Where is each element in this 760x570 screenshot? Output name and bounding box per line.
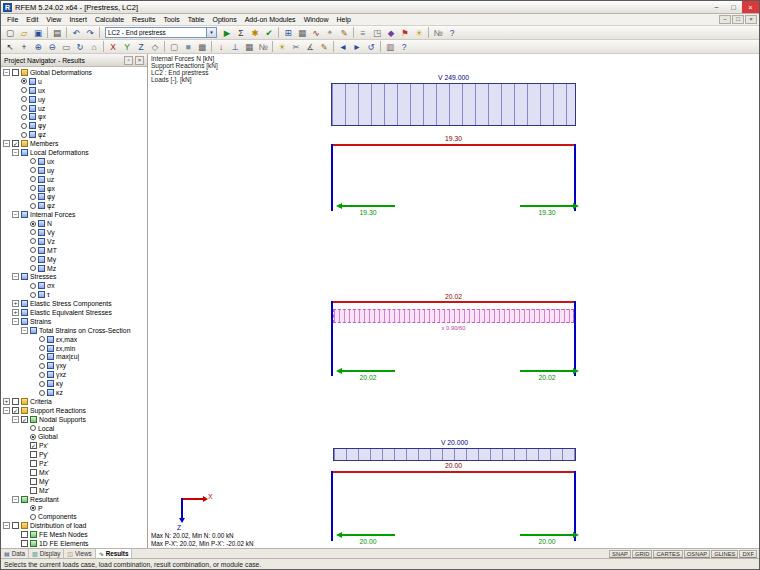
tree-item-stresses[interactable]: −Stresses: [1, 272, 147, 281]
tree-item-global[interactable]: Global: [1, 433, 147, 442]
tree-item-z[interactable]: κz: [1, 388, 147, 397]
tree-item-mz[interactable]: Mz': [1, 486, 147, 495]
checkbox-1d-fe-elements[interactable]: [21, 540, 28, 547]
checkbox-mx[interactable]: [30, 469, 37, 476]
menu-options[interactable]: Options: [209, 16, 241, 23]
radio-z[interactable]: [39, 390, 45, 396]
go-calculate-icon[interactable]: ▶: [220, 27, 234, 39]
checkbox-pz[interactable]: [30, 460, 37, 467]
checkbox-global-deformations[interactable]: [12, 69, 19, 76]
combobox-dropdown-icon[interactable]: ▼: [206, 28, 216, 37]
checkbox-px[interactable]: ✓: [30, 442, 37, 449]
radio-y[interactable]: [30, 194, 36, 200]
menu-results[interactable]: Results: [128, 16, 159, 23]
tree-item-x[interactable]: φx: [1, 112, 147, 121]
display-icon[interactable]: ☀: [412, 27, 426, 39]
collapse-icon[interactable]: −: [12, 496, 19, 503]
tree-item-vz[interactable]: Vz: [1, 237, 147, 246]
radio-global[interactable]: [30, 434, 36, 440]
collapse-icon[interactable]: −: [3, 522, 10, 529]
tree-item-x-max[interactable]: εx,max: [1, 335, 147, 344]
tree-item-u[interactable]: u: [1, 77, 147, 86]
menu-window[interactable]: Window: [300, 16, 333, 23]
tree-item-pz[interactable]: Pz': [1, 459, 147, 468]
tree-item-distribution-of-load[interactable]: −Distribution of load: [1, 521, 147, 530]
tree-item-z[interactable]: φz: [1, 130, 147, 139]
radio-xz[interactable]: [39, 372, 45, 378]
tree-item-z[interactable]: φz: [1, 201, 147, 210]
collapse-icon[interactable]: −: [3, 140, 10, 147]
status-snap-button[interactable]: SNAP: [609, 550, 631, 558]
show-loads-icon[interactable]: ↓: [214, 41, 228, 53]
show-mesh-icon[interactable]: ▦: [242, 41, 256, 53]
check-icon[interactable]: ✔: [262, 27, 276, 39]
menu-file[interactable]: File: [3, 16, 22, 23]
radio-ux[interactable]: [21, 87, 27, 93]
refresh-icon[interactable]: ↺: [364, 41, 378, 53]
radio-x[interactable]: [30, 185, 36, 191]
radio-uy[interactable]: [21, 96, 27, 102]
radio-vy[interactable]: [30, 229, 36, 235]
radio-ux[interactable]: [30, 158, 36, 164]
close-button[interactable]: ×: [742, 1, 759, 13]
nav-tab-display[interactable]: ▥Display: [29, 549, 64, 558]
help2-icon[interactable]: ?: [397, 41, 411, 53]
load-case-combobox[interactable]: LC2 - End prestress ▼: [105, 27, 217, 38]
collapse-icon[interactable]: −: [12, 149, 19, 156]
radio-mz[interactable]: [30, 265, 36, 271]
tree-item-xz[interactable]: γxz: [1, 370, 147, 379]
wireframe-icon[interactable]: ▢: [167, 41, 181, 53]
radio-uz[interactable]: [21, 105, 27, 111]
checkbox-nodal-supports[interactable]: ✓: [21, 416, 28, 423]
expand-icon[interactable]: +: [3, 398, 10, 405]
flag-icon[interactable]: ⚑: [398, 27, 412, 39]
numbering-icon[interactable]: №: [431, 27, 445, 39]
home-view-icon[interactable]: ⌂: [87, 41, 101, 53]
tree-item-1d-fe-elements[interactable]: 1D FE Elements: [1, 539, 147, 548]
tree-item-global-deformations[interactable]: −Global Deformations: [1, 68, 147, 77]
view-y-icon[interactable]: Y: [120, 41, 134, 53]
navigator-pin-icon[interactable]: ▫: [124, 56, 133, 65]
radio-xy[interactable]: [39, 363, 45, 369]
tree-item-criteria[interactable]: +Criteria: [1, 397, 147, 406]
collapse-icon[interactable]: −: [12, 273, 19, 280]
expand-icon[interactable]: +: [12, 309, 19, 316]
drawing-area[interactable]: Internal Forces N [kN] Support Reactions…: [148, 54, 759, 548]
menu-table[interactable]: Table: [184, 16, 209, 23]
radio-x-max[interactable]: [39, 336, 45, 342]
tree-item-my[interactable]: My': [1, 477, 147, 486]
light-icon[interactable]: ☀: [275, 41, 289, 53]
nav-tab-views[interactable]: ◫Views: [64, 549, 95, 558]
previous-view-icon[interactable]: ◄: [336, 41, 350, 53]
calculation-sigma-icon[interactable]: Σ: [234, 27, 248, 39]
tree-item-uz[interactable]: uz: [1, 104, 147, 113]
radio-components[interactable]: [30, 514, 36, 520]
show-numbers-icon[interactable]: №: [256, 41, 270, 53]
tree-item-y[interactable]: φy: [1, 192, 147, 201]
edit-icon[interactable]: ✎: [337, 27, 351, 39]
tree-item-item[interactable]: τ: [1, 290, 147, 299]
tree-item-x[interactable]: φx: [1, 184, 147, 193]
menu-calculate[interactable]: Calculate: [91, 16, 128, 23]
tree-item-total-strains-on-cross-section[interactable]: −Total Strains on Cross-Section: [1, 326, 147, 335]
rotate-view-icon[interactable]: ↻: [73, 41, 87, 53]
open-icon[interactable]: ▱: [17, 27, 31, 39]
tree-item-y[interactable]: φy: [1, 121, 147, 130]
tree-item-n[interactable]: N: [1, 219, 147, 228]
undo-icon[interactable]: ↶: [69, 27, 83, 39]
snap-target-icon[interactable]: ⌖: [323, 27, 337, 39]
maximize-button[interactable]: □: [725, 1, 742, 13]
tree-item-uy[interactable]: uy: [1, 166, 147, 175]
tree-item-vy[interactable]: Vy: [1, 228, 147, 237]
tree-item-x[interactable]: σx: [1, 281, 147, 290]
tree-item-ux[interactable]: ux: [1, 86, 147, 95]
new-icon[interactable]: ▢: [3, 27, 17, 39]
radio-x[interactable]: [30, 283, 36, 289]
menu-edit[interactable]: Edit: [22, 16, 42, 23]
radio-uy[interactable]: [30, 167, 36, 173]
tree-item-mx[interactable]: Mx': [1, 468, 147, 477]
menu-add-on-modules[interactable]: Add-on Modules: [241, 16, 300, 23]
mdi-minimize-button[interactable]: −: [719, 15, 731, 24]
checkbox-support-reactions[interactable]: ✓: [12, 407, 19, 414]
checkbox-mz[interactable]: [30, 487, 37, 494]
